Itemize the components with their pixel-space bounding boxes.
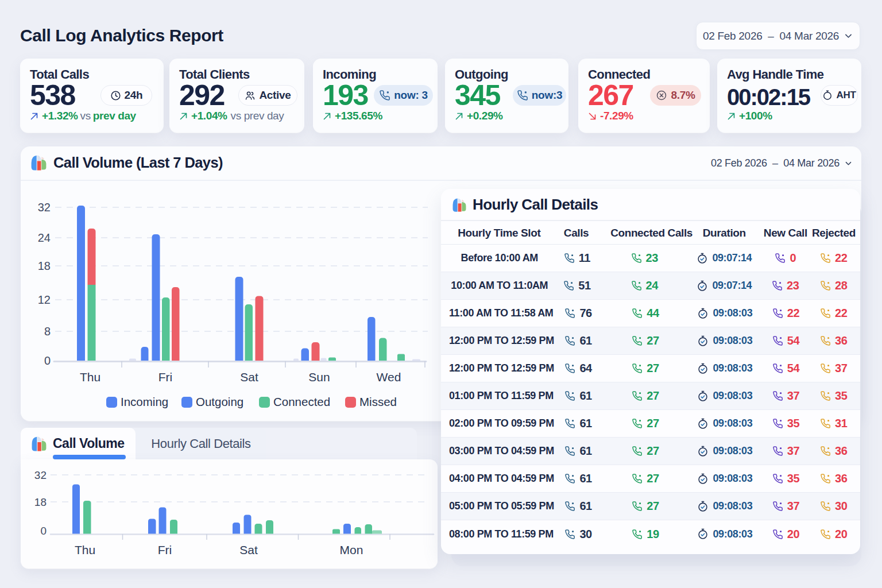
svg-text:18: 18 (34, 496, 47, 508)
svg-text:0: 0 (40, 525, 47, 537)
svg-text:Mon: Mon (340, 543, 363, 556)
svg-text:Sat: Sat (239, 543, 258, 556)
svg-text:Sun: Sun (308, 370, 330, 384)
svg-text:32: 32 (38, 201, 51, 214)
svg-text:24: 24 (38, 231, 51, 244)
svg-text:8: 8 (44, 325, 51, 338)
svg-text:Missed: Missed (359, 395, 397, 408)
svg-text:Sat: Sat (240, 370, 258, 384)
svg-text:18: 18 (38, 260, 51, 272)
svg-text:Connected: Connected (273, 395, 330, 408)
svg-text:32: 32 (34, 469, 47, 481)
svg-text:Wed: Wed (377, 370, 401, 384)
svg-text:Outgoing: Outgoing (196, 395, 243, 408)
svg-text:Fri: Fri (158, 370, 173, 384)
svg-text:Thu: Thu (75, 543, 95, 556)
svg-text:Thu: Thu (80, 370, 100, 384)
svg-text:0: 0 (44, 354, 51, 367)
svg-text:Fri: Fri (158, 543, 172, 556)
svg-text:Incoming: Incoming (121, 395, 168, 408)
svg-text:12: 12 (38, 293, 51, 306)
